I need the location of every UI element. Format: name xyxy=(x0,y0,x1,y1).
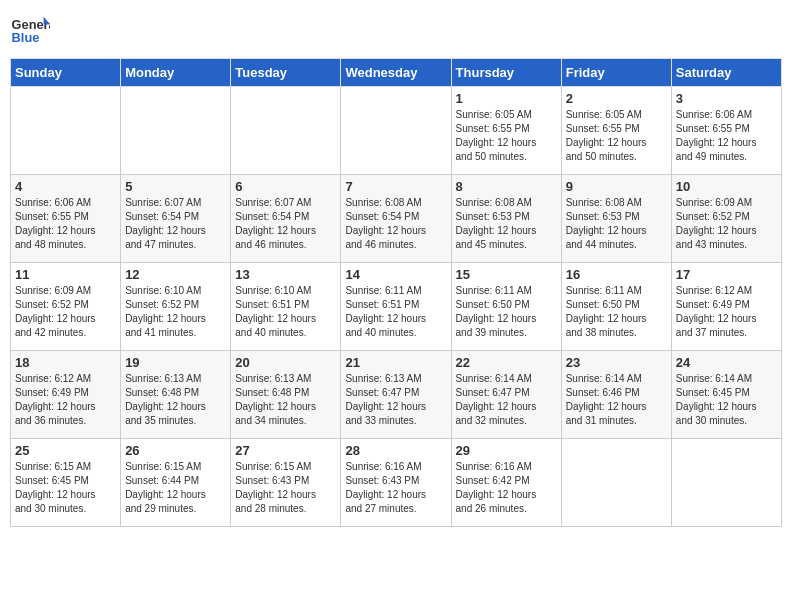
day-info: Sunrise: 6:10 AM Sunset: 6:51 PM Dayligh… xyxy=(235,284,336,340)
day-number: 3 xyxy=(676,91,777,106)
calendar-cell: 23Sunrise: 6:14 AM Sunset: 6:46 PM Dayli… xyxy=(561,351,671,439)
day-number: 4 xyxy=(15,179,116,194)
day-number: 16 xyxy=(566,267,667,282)
calendar-cell: 3Sunrise: 6:06 AM Sunset: 6:55 PM Daylig… xyxy=(671,87,781,175)
day-number: 11 xyxy=(15,267,116,282)
calendar-cell xyxy=(341,87,451,175)
day-info: Sunrise: 6:07 AM Sunset: 6:54 PM Dayligh… xyxy=(125,196,226,252)
day-number: 6 xyxy=(235,179,336,194)
calendar-cell: 11Sunrise: 6:09 AM Sunset: 6:52 PM Dayli… xyxy=(11,263,121,351)
day-info: Sunrise: 6:11 AM Sunset: 6:50 PM Dayligh… xyxy=(566,284,667,340)
calendar-cell: 4Sunrise: 6:06 AM Sunset: 6:55 PM Daylig… xyxy=(11,175,121,263)
day-number: 26 xyxy=(125,443,226,458)
calendar-cell: 25Sunrise: 6:15 AM Sunset: 6:45 PM Dayli… xyxy=(11,439,121,527)
header-wednesday: Wednesday xyxy=(341,59,451,87)
day-info: Sunrise: 6:15 AM Sunset: 6:45 PM Dayligh… xyxy=(15,460,116,516)
calendar-cell xyxy=(231,87,341,175)
day-number: 28 xyxy=(345,443,446,458)
day-info: Sunrise: 6:08 AM Sunset: 6:54 PM Dayligh… xyxy=(345,196,446,252)
calendar-cell: 18Sunrise: 6:12 AM Sunset: 6:49 PM Dayli… xyxy=(11,351,121,439)
day-number: 2 xyxy=(566,91,667,106)
day-number: 5 xyxy=(125,179,226,194)
day-number: 23 xyxy=(566,355,667,370)
day-info: Sunrise: 6:06 AM Sunset: 6:55 PM Dayligh… xyxy=(15,196,116,252)
header-tuesday: Tuesday xyxy=(231,59,341,87)
day-number: 27 xyxy=(235,443,336,458)
calendar-cell: 20Sunrise: 6:13 AM Sunset: 6:48 PM Dayli… xyxy=(231,351,341,439)
logo: General Blue xyxy=(10,10,50,50)
calendar-cell: 10Sunrise: 6:09 AM Sunset: 6:52 PM Dayli… xyxy=(671,175,781,263)
day-number: 25 xyxy=(15,443,116,458)
calendar-cell xyxy=(671,439,781,527)
day-info: Sunrise: 6:10 AM Sunset: 6:52 PM Dayligh… xyxy=(125,284,226,340)
calendar-cell: 27Sunrise: 6:15 AM Sunset: 6:43 PM Dayli… xyxy=(231,439,341,527)
svg-text:Blue: Blue xyxy=(12,30,40,45)
day-number: 17 xyxy=(676,267,777,282)
calendar-cell: 1Sunrise: 6:05 AM Sunset: 6:55 PM Daylig… xyxy=(451,87,561,175)
day-info: Sunrise: 6:14 AM Sunset: 6:45 PM Dayligh… xyxy=(676,372,777,428)
calendar-cell xyxy=(561,439,671,527)
day-number: 7 xyxy=(345,179,446,194)
day-info: Sunrise: 6:09 AM Sunset: 6:52 PM Dayligh… xyxy=(15,284,116,340)
week-row-1: 1Sunrise: 6:05 AM Sunset: 6:55 PM Daylig… xyxy=(11,87,782,175)
header-sunday: Sunday xyxy=(11,59,121,87)
day-info: Sunrise: 6:09 AM Sunset: 6:52 PM Dayligh… xyxy=(676,196,777,252)
header: General Blue xyxy=(10,10,782,50)
day-number: 20 xyxy=(235,355,336,370)
day-number: 10 xyxy=(676,179,777,194)
calendar-cell: 6Sunrise: 6:07 AM Sunset: 6:54 PM Daylig… xyxy=(231,175,341,263)
day-number: 13 xyxy=(235,267,336,282)
day-info: Sunrise: 6:13 AM Sunset: 6:47 PM Dayligh… xyxy=(345,372,446,428)
calendar-cell: 2Sunrise: 6:05 AM Sunset: 6:55 PM Daylig… xyxy=(561,87,671,175)
day-number: 22 xyxy=(456,355,557,370)
calendar-cell: 9Sunrise: 6:08 AM Sunset: 6:53 PM Daylig… xyxy=(561,175,671,263)
day-info: Sunrise: 6:13 AM Sunset: 6:48 PM Dayligh… xyxy=(235,372,336,428)
calendar-cell: 29Sunrise: 6:16 AM Sunset: 6:42 PM Dayli… xyxy=(451,439,561,527)
calendar-cell xyxy=(121,87,231,175)
header-friday: Friday xyxy=(561,59,671,87)
day-number: 9 xyxy=(566,179,667,194)
calendar-cell: 5Sunrise: 6:07 AM Sunset: 6:54 PM Daylig… xyxy=(121,175,231,263)
calendar-cell: 13Sunrise: 6:10 AM Sunset: 6:51 PM Dayli… xyxy=(231,263,341,351)
calendar-cell: 19Sunrise: 6:13 AM Sunset: 6:48 PM Dayli… xyxy=(121,351,231,439)
day-info: Sunrise: 6:14 AM Sunset: 6:47 PM Dayligh… xyxy=(456,372,557,428)
week-row-5: 25Sunrise: 6:15 AM Sunset: 6:45 PM Dayli… xyxy=(11,439,782,527)
day-info: Sunrise: 6:16 AM Sunset: 6:43 PM Dayligh… xyxy=(345,460,446,516)
day-info: Sunrise: 6:06 AM Sunset: 6:55 PM Dayligh… xyxy=(676,108,777,164)
day-number: 21 xyxy=(345,355,446,370)
day-info: Sunrise: 6:08 AM Sunset: 6:53 PM Dayligh… xyxy=(566,196,667,252)
logo-icon: General Blue xyxy=(10,10,50,50)
day-number: 29 xyxy=(456,443,557,458)
day-info: Sunrise: 6:12 AM Sunset: 6:49 PM Dayligh… xyxy=(676,284,777,340)
day-number: 1 xyxy=(456,91,557,106)
week-row-3: 11Sunrise: 6:09 AM Sunset: 6:52 PM Dayli… xyxy=(11,263,782,351)
day-info: Sunrise: 6:14 AM Sunset: 6:46 PM Dayligh… xyxy=(566,372,667,428)
calendar-cell: 17Sunrise: 6:12 AM Sunset: 6:49 PM Dayli… xyxy=(671,263,781,351)
calendar-cell: 21Sunrise: 6:13 AM Sunset: 6:47 PM Dayli… xyxy=(341,351,451,439)
day-number: 18 xyxy=(15,355,116,370)
calendar-cell: 15Sunrise: 6:11 AM Sunset: 6:50 PM Dayli… xyxy=(451,263,561,351)
day-number: 15 xyxy=(456,267,557,282)
day-number: 8 xyxy=(456,179,557,194)
day-info: Sunrise: 6:05 AM Sunset: 6:55 PM Dayligh… xyxy=(456,108,557,164)
week-row-2: 4Sunrise: 6:06 AM Sunset: 6:55 PM Daylig… xyxy=(11,175,782,263)
header-monday: Monday xyxy=(121,59,231,87)
day-info: Sunrise: 6:05 AM Sunset: 6:55 PM Dayligh… xyxy=(566,108,667,164)
header-thursday: Thursday xyxy=(451,59,561,87)
day-info: Sunrise: 6:12 AM Sunset: 6:49 PM Dayligh… xyxy=(15,372,116,428)
day-number: 14 xyxy=(345,267,446,282)
header-saturday: Saturday xyxy=(671,59,781,87)
calendar-cell: 28Sunrise: 6:16 AM Sunset: 6:43 PM Dayli… xyxy=(341,439,451,527)
calendar-cell: 7Sunrise: 6:08 AM Sunset: 6:54 PM Daylig… xyxy=(341,175,451,263)
calendar-cell: 24Sunrise: 6:14 AM Sunset: 6:45 PM Dayli… xyxy=(671,351,781,439)
calendar-table: SundayMondayTuesdayWednesdayThursdayFrid… xyxy=(10,58,782,527)
day-info: Sunrise: 6:11 AM Sunset: 6:50 PM Dayligh… xyxy=(456,284,557,340)
day-number: 12 xyxy=(125,267,226,282)
day-info: Sunrise: 6:08 AM Sunset: 6:53 PM Dayligh… xyxy=(456,196,557,252)
day-info: Sunrise: 6:16 AM Sunset: 6:42 PM Dayligh… xyxy=(456,460,557,516)
day-info: Sunrise: 6:11 AM Sunset: 6:51 PM Dayligh… xyxy=(345,284,446,340)
calendar-cell: 8Sunrise: 6:08 AM Sunset: 6:53 PM Daylig… xyxy=(451,175,561,263)
day-number: 19 xyxy=(125,355,226,370)
day-info: Sunrise: 6:13 AM Sunset: 6:48 PM Dayligh… xyxy=(125,372,226,428)
calendar-cell xyxy=(11,87,121,175)
